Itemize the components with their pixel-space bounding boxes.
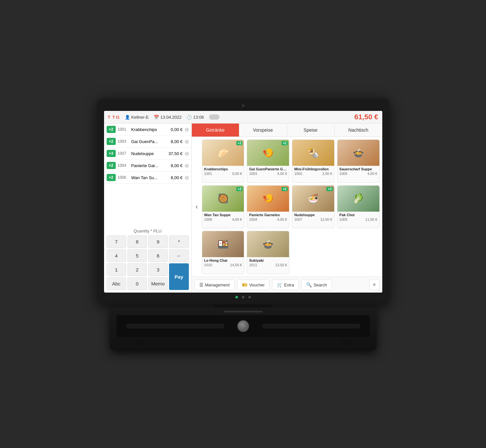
menu-item-name: Wan Tan Suppe	[204, 213, 242, 217]
numpad-key-7[interactable]: 7	[107, 235, 126, 248]
wifi-indicator	[248, 296, 251, 298]
category-tab-nachtisch[interactable]: Nachtisch	[335, 124, 382, 137]
order-item[interactable]: +2 1001 Krabbenchips 0,00 € ⊖	[104, 124, 191, 136]
numpad-key-*[interactable]: *	[169, 235, 189, 248]
category-tab-getraenke[interactable]: Getränke	[192, 124, 240, 137]
numpad-key-4[interactable]: 4	[107, 249, 126, 262]
menu-item-number: 1005	[339, 172, 347, 176]
order-item[interactable]: +2 1004 Panierte Gar... 8,00 € ⊖	[104, 160, 191, 172]
menu-item-name: Pak Choi	[339, 213, 377, 217]
numpad-key-3[interactable]: 3	[148, 263, 168, 276]
menu-item-price: 11,50 €	[365, 217, 377, 221]
numpad-key-0[interactable]: 0	[127, 277, 147, 290]
menu-item-1005[interactable]: 🍲 Sauerscharf Suppe 1005 4,00 €	[337, 139, 380, 183]
qty-badge[interactable]: +2	[107, 174, 116, 181]
management-button[interactable]: ☰ Management	[194, 280, 235, 290]
menu-item-1001[interactable]: 🥟 +2 Krabbenchips 1001 0,00 €	[202, 139, 244, 183]
numpad-key-5[interactable]: 5	[127, 249, 147, 262]
menu-item-details: 1006 4,00 €	[204, 217, 242, 221]
menu-item-qty: +2	[282, 187, 288, 191]
menu-item-1004[interactable]: 🍤 +2 Panierte Garnelen 1004 4,00 €	[247, 185, 289, 229]
extra-icon: 🛒	[277, 282, 282, 287]
menu-item-details: 1003 4,00 €	[249, 172, 287, 176]
menu-item-number: 1004	[249, 217, 257, 221]
remove-button[interactable]: ⊖	[185, 163, 189, 169]
screen: T T I1 👤 Kellner-E 📅 13.04.2022 🕐 13:08 …	[103, 110, 383, 293]
calendar-icon: 📅	[154, 115, 159, 120]
drawer-lock: ⊙	[237, 320, 249, 332]
item-number: 1006	[118, 175, 129, 180]
order-item[interactable]: +2 1003 Gai GuenPa... 8,00 € ⊖	[104, 136, 191, 148]
order-item[interactable]: +2 1006 Wan Tan Su... 8,00 € ⊖	[104, 172, 191, 184]
category-tabs: GetränkeVorspeiseSpeiseNachtisch	[192, 124, 382, 137]
menu-item-price: 0,00 €	[232, 172, 242, 176]
menu-item-1002[interactable]: 🌯 Mini-Frühlingsrollen 1002 2,50 €	[292, 139, 335, 183]
menu-item-1011[interactable]: 🍲 Sukiyaki 1011 13,50 €	[247, 231, 289, 274]
numpad-area: Quantity * PLU 789*456←123PayAbc0Memo	[104, 226, 191, 293]
menu-item-name: Nudelsuppe	[294, 213, 332, 217]
extra-button[interactable]: 🛒 Extra	[272, 280, 299, 290]
menu-item-name: Lo Hong Chai	[204, 258, 242, 262]
numpad-key-9[interactable]: 9	[148, 235, 168, 248]
menu-item-price: 4,00 €	[277, 172, 287, 176]
menu-item-1007[interactable]: 🍜 +3 Nudelsuppe 1007 12,50 €	[292, 185, 335, 229]
qty-badge[interactable]: +2	[107, 162, 116, 169]
time-info: 🕐 13:08	[187, 115, 204, 120]
menu-item-1009[interactable]: 🥬 Pak Choi 1009 11,50 €	[337, 185, 380, 229]
numpad-key-1[interactable]: 1	[107, 263, 126, 276]
prev-arrow[interactable]: ‹	[194, 139, 199, 274]
numpad-key-8[interactable]: 8	[127, 235, 147, 248]
menu-item-image: 🥬	[337, 186, 379, 212]
menu-item-price: 4,00 €	[367, 172, 377, 176]
item-price: 8,00 €	[167, 175, 183, 180]
menu-item-info: Sauerscharf Suppe 1005 4,00 €	[337, 166, 379, 177]
item-price: 8,00 €	[167, 139, 183, 144]
numpad-key-←[interactable]: ←	[169, 249, 189, 262]
menu-icon: ☰	[199, 282, 204, 287]
remove-button[interactable]: ⊖	[185, 138, 189, 145]
voucher-button[interactable]: 🎫 Voucher	[237, 280, 269, 290]
item-number: 1007	[118, 151, 129, 156]
menu-item-1010[interactable]: 🍱 Lo Hong Chai 1010 14,50 €	[202, 231, 244, 274]
remove-button[interactable]: ⊖	[185, 151, 189, 157]
numpad-key-2[interactable]: 2	[127, 263, 147, 276]
menu-item-number: 1011	[249, 263, 257, 267]
search-button[interactable]: 🔍 Search	[301, 280, 332, 290]
close-button[interactable]: ×	[369, 280, 380, 290]
menu-item-qty: +2	[236, 187, 243, 191]
pay-button[interactable]: Pay	[169, 263, 189, 290]
category-tab-vorspeise[interactable]: Vorspeise	[239, 124, 287, 137]
drawer-handle	[224, 311, 263, 312]
menu-item-info: Krabbenchips 1001 0,00 €	[202, 166, 244, 177]
qty-badge[interactable]: +2	[107, 126, 116, 133]
menu-item-details: 1001 0,00 €	[204, 172, 242, 176]
item-number: 1003	[118, 139, 129, 144]
numpad-key-abc[interactable]: Abc	[107, 277, 126, 290]
order-item[interactable]: +3 1007 Nudelsuppe 37,50 € ⊖	[104, 148, 191, 160]
menu-item-name: Panierte Garnelen	[249, 213, 287, 217]
qty-badge[interactable]: +3	[107, 150, 116, 157]
menu-item-price: 13,50 €	[275, 263, 287, 267]
numpad: 789*456←123PayAbc0Memo	[107, 235, 189, 290]
item-price: 8,00 €	[167, 163, 183, 168]
remove-button[interactable]: ⊖	[185, 175, 189, 181]
qty-badge[interactable]: +2	[107, 138, 116, 145]
remove-button[interactable]: ⊖	[185, 126, 189, 133]
menu-item-1006[interactable]: 🥘 +2 Wan Tan Suppe 1006 4,00 €	[202, 185, 244, 229]
total-amount: 61,50 €	[354, 113, 378, 121]
drawer-slot-right	[262, 324, 360, 328]
menu-item-details: 1005 4,00 €	[339, 172, 377, 176]
menu-item-name: Gai GuenPanierte Garnelen	[249, 167, 287, 171]
power-indicator	[235, 296, 238, 298]
menu-item-details: 1010 14,50 €	[204, 263, 242, 267]
category-tab-speise[interactable]: Speise	[287, 124, 335, 137]
menu-item-details: 1011 13,50 €	[249, 263, 287, 267]
menu-item-info: Sukiyaki 1011 13,50 €	[247, 257, 289, 268]
numpad-key-6[interactable]: 6	[148, 249, 168, 262]
numpad-key-memo[interactable]: Memo	[148, 277, 168, 290]
drawer-body: ⊙	[116, 315, 370, 337]
food-emoji: 🍲	[247, 231, 289, 257]
menu-item-1003[interactable]: 🍤 +2 Gai GuenPanierte Garnelen 1003 4,00…	[247, 139, 289, 183]
toggle-switch[interactable]	[209, 114, 219, 120]
drawer-leg-right	[341, 340, 350, 345]
